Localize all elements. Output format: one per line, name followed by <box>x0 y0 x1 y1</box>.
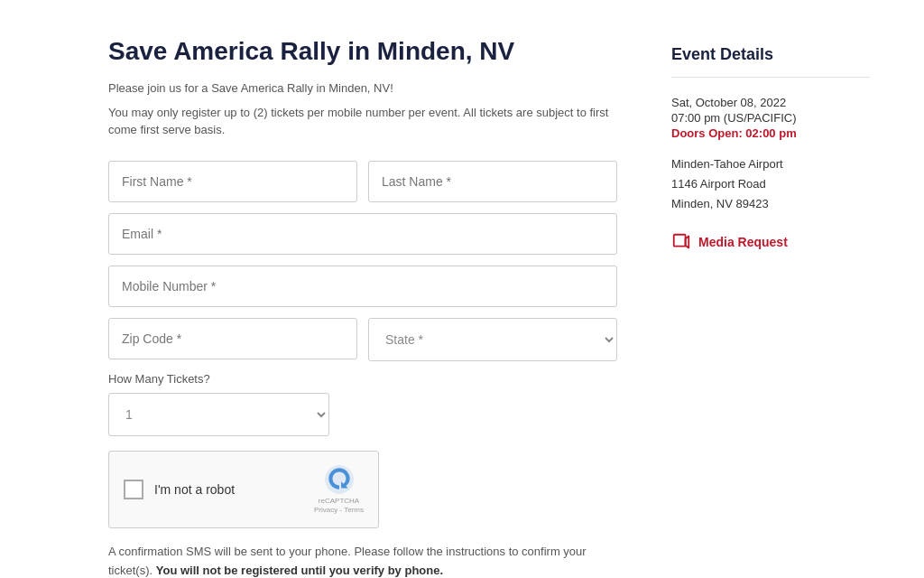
doors-label: Doors Open: <box>671 126 745 140</box>
media-request-icon <box>671 232 691 252</box>
venue-name: Minden-Tahoe Airport <box>671 154 870 174</box>
main-content: Save America Rally in Minden, NV Please … <box>108 36 617 578</box>
email-row <box>108 213 617 255</box>
venue-city: Minden, NV 89423 <box>671 194 870 214</box>
sidebar: Event Details Sat, October 08, 2022 07:0… <box>671 36 870 578</box>
page-title: Save America Rally in Minden, NV <box>108 36 617 67</box>
recaptcha-brand-text: reCAPTCHAPrivacy - Terms <box>314 497 364 516</box>
recaptcha-icon <box>324 464 355 495</box>
tickets-section: How Many Tickets? 1 2 <box>108 372 617 436</box>
zip-field <box>108 318 357 361</box>
event-details-title: Event Details <box>671 45 870 64</box>
mobile-input[interactable] <box>108 266 617 307</box>
zip-state-row: State * AL AK AZ CA CO NV NY TX <box>108 318 617 361</box>
event-time: 07:00 pm (US/PACIFIC) <box>671 111 870 125</box>
captcha-checkbox[interactable] <box>124 480 143 499</box>
zip-input[interactable] <box>108 318 357 359</box>
tickets-label: How Many Tickets? <box>108 372 617 386</box>
event-date: Sat, October 08, 2022 <box>671 96 870 109</box>
first-name-field <box>108 161 357 202</box>
media-request-label: Media Request <box>698 235 788 249</box>
event-venue: Minden-Tahoe Airport 1146 Airport Road M… <box>671 154 870 214</box>
confirmation-text: A confirmation SMS will be sent to your … <box>108 543 617 578</box>
info-text: You may only register up to (2) tickets … <box>108 104 617 139</box>
intro-text: Please join us for a Save America Rally … <box>108 81 617 95</box>
confirmation-bold: You will not be registered until you ver… <box>156 564 443 577</box>
name-row <box>108 161 617 202</box>
media-request-link[interactable]: Media Request <box>671 232 870 252</box>
tickets-select-wrapper: 1 2 <box>108 393 329 436</box>
captcha-label: I'm not a robot <box>154 482 235 497</box>
captcha-left: I'm not a robot <box>124 480 235 499</box>
tickets-select[interactable]: 1 2 <box>108 393 329 436</box>
captcha-right: reCAPTCHAPrivacy - Terms <box>314 464 364 516</box>
svg-rect-1 <box>674 235 686 247</box>
venue-address: 1146 Airport Road <box>671 174 870 194</box>
event-doors: Doors Open: 02:00 pm <box>671 126 870 140</box>
registration-form: State * AL AK AZ CA CO NV NY TX How Many… <box>108 161 617 578</box>
last-name-field <box>368 161 617 202</box>
doors-time: 02:00 pm <box>745 126 796 140</box>
captcha-box[interactable]: I'm not a robot reCAPTCHAPrivacy - Terms <box>108 451 379 529</box>
state-field: State * AL AK AZ CA CO NV NY TX <box>368 318 617 361</box>
email-input[interactable] <box>108 213 617 255</box>
mobile-row <box>108 266 617 307</box>
first-name-input[interactable] <box>108 161 357 202</box>
state-select[interactable]: State * AL AK AZ CA CO NV NY TX <box>368 318 617 361</box>
divider <box>671 77 870 78</box>
mobile-field <box>108 266 617 307</box>
last-name-input[interactable] <box>368 161 617 202</box>
email-field <box>108 213 617 255</box>
